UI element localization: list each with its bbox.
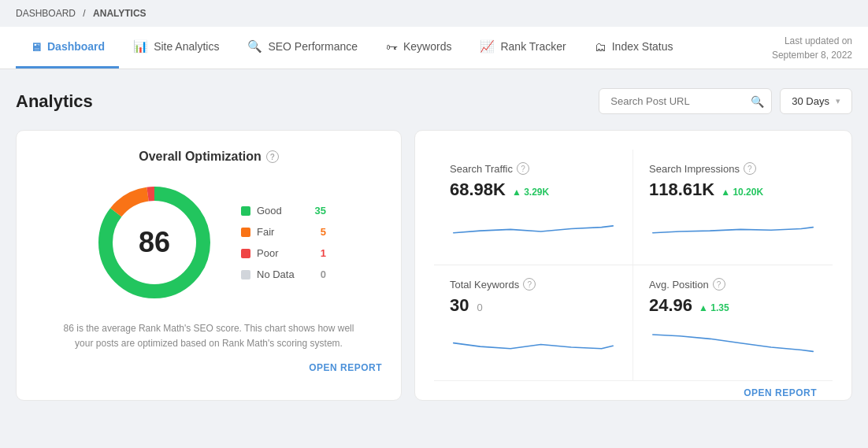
header-controls: 🔍 30 Days ▾ (599, 88, 852, 114)
index-status-icon: 🗂 (595, 40, 606, 54)
tab-label-seo-performance: SEO Performance (268, 40, 358, 53)
metric-number: 30 (450, 295, 469, 316)
metric-number: 118.61K (649, 180, 714, 200)
metric-search-impressions: Search Impressions ? 118.61K ▲ 10.20K (633, 150, 833, 265)
search-input-wrap: 🔍 (599, 88, 772, 114)
metric-value-search-traffic: 68.98K ▲ 3.29K (450, 180, 617, 200)
legend-item-no-data: No Data 0 (241, 268, 326, 280)
metric-delta: ▲ 10.20K (721, 187, 763, 198)
keywords-icon: 🗝 (386, 40, 398, 54)
legend-item-good: Good 35 (241, 205, 326, 217)
tab-dashboard[interactable]: 🖥Dashboard (16, 27, 119, 68)
breadcrumb-current: ANALYTICS (93, 8, 147, 19)
metric-sub: 0 (477, 302, 482, 313)
mini-chart-avg-position (649, 322, 817, 354)
legend-label: Fair (257, 226, 304, 238)
optimization-legend: Good 35 Fair 5 Poor 1 No Data 0 (241, 205, 326, 280)
metric-value-avg-position: 24.96 ▲ 1.35 (649, 295, 817, 316)
tab-label-keywords: Keywords (403, 40, 451, 53)
mini-chart-total-keywords (450, 322, 617, 354)
nav-bar: 🖥Dashboard📊Site Analytics🔍SEO Performanc… (0, 27, 868, 69)
legend-count: 0 (310, 268, 326, 280)
metric-label-search-traffic: Search Traffic ? (450, 162, 617, 175)
metric-label-avg-position: Avg. Position ? (649, 278, 817, 291)
legend-item-fair: Fair 5 (241, 226, 326, 238)
metric-search-traffic: Search Traffic ? 68.98K ▲ 3.29K (434, 150, 633, 265)
metric-number: 24.96 (649, 295, 692, 316)
tab-label-rank-tracker: Rank Tracker (500, 40, 566, 53)
legend-dot (241, 249, 250, 258)
tab-label-dashboard: Dashboard (47, 40, 105, 53)
breadcrumb: DASHBOARD / ANALYTICS (0, 0, 868, 27)
metric-value-search-impressions: 118.61K ▲ 10.20K (649, 180, 817, 200)
metrics-grid: Search Traffic ? 68.98K ▲ 3.29K Search I… (434, 150, 833, 381)
search-icon: 🔍 (751, 95, 764, 108)
optimization-title: Overall Optimization ? (139, 150, 279, 164)
tab-index-status[interactable]: 🗂Index Status (581, 27, 688, 68)
legend-count: 5 (310, 226, 326, 238)
donut-chart: 86 (91, 180, 217, 305)
tab-site-analytics[interactable]: 📊Site Analytics (119, 27, 233, 68)
chevron-down-icon: ▾ (836, 96, 840, 106)
dashboard-panels: Overall Optimization ? 8 (16, 130, 852, 401)
tab-seo-performance[interactable]: 🔍SEO Performance (233, 27, 372, 68)
days-dropdown[interactable]: 30 Days ▾ (780, 88, 852, 114)
legend-item-poor: Poor 1 (241, 247, 326, 259)
optimization-body: 86 Good 35 Fair 5 Poor 1 No Data 0 (35, 180, 382, 305)
metric-delta: ▲ 1.35 (699, 302, 729, 313)
tab-label-site-analytics: Site Analytics (154, 40, 219, 53)
legend-dot (241, 228, 250, 237)
legend-count: 35 (310, 205, 326, 217)
page-header: Analytics 🔍 30 Days ▾ (16, 88, 852, 114)
nav-tabs: 🖥Dashboard📊Site Analytics🔍SEO Performanc… (16, 27, 688, 68)
open-report-right-button[interactable]: OPEN REPORT (434, 381, 833, 405)
optimization-desc: 86 is the average Rank Math's SEO score.… (59, 321, 358, 351)
legend-label: Poor (257, 247, 304, 259)
metrics-panel: Search Traffic ? 68.98K ▲ 3.29K Search I… (414, 130, 852, 401)
metric-info-icon-avg-position[interactable]: ? (713, 278, 725, 291)
metric-number: 68.98K (450, 180, 506, 200)
tab-label-index-status: Index Status (612, 40, 673, 53)
donut-score: 86 (139, 226, 170, 259)
legend-dot (241, 206, 250, 216)
seo-performance-icon: 🔍 (247, 39, 262, 54)
mini-chart-search-impressions (649, 206, 817, 238)
site-analytics-icon: 📊 (133, 39, 148, 54)
metric-info-icon-search-traffic[interactable]: ? (517, 162, 529, 175)
metric-value-total-keywords: 30 0 (450, 295, 617, 316)
dashboard-icon: 🖥 (30, 40, 42, 54)
last-updated-label: Last updated on (772, 34, 852, 48)
open-report-button[interactable]: OPEN REPORT (309, 362, 382, 373)
legend-dot (241, 270, 250, 280)
main-content: Analytics 🔍 30 Days ▾ Overall Optimizati… (0, 69, 868, 420)
legend-count: 1 (310, 247, 326, 259)
search-input[interactable] (599, 88, 772, 114)
optimization-info-icon[interactable]: ? (266, 150, 279, 163)
legend-label: Good (257, 205, 304, 217)
metric-total-keywords: Total Keywords ? 30 0 (434, 265, 633, 381)
breadcrumb-root[interactable]: DASHBOARD (16, 8, 76, 19)
tab-keywords[interactable]: 🗝Keywords (372, 27, 466, 68)
last-updated: Last updated on September 8, 2022 (772, 34, 852, 62)
last-updated-date: September 8, 2022 (772, 48, 852, 62)
metric-info-icon-search-impressions[interactable]: ? (744, 162, 756, 175)
rank-tracker-icon: 📈 (480, 39, 495, 54)
legend-label: No Data (257, 268, 304, 280)
metric-avg-position: Avg. Position ? 24.96 ▲ 1.35 (633, 265, 833, 381)
metric-info-icon-total-keywords[interactable]: ? (523, 278, 536, 291)
page-title: Analytics (16, 91, 93, 112)
tab-rank-tracker[interactable]: 📈Rank Tracker (466, 27, 580, 68)
optimization-panel: Overall Optimization ? 8 (16, 130, 402, 401)
metric-delta: ▲ 3.29K (512, 187, 549, 198)
metric-label-search-impressions: Search Impressions ? (649, 162, 817, 175)
metric-label-total-keywords: Total Keywords ? (450, 278, 617, 291)
mini-chart-search-traffic (450, 206, 617, 238)
days-label: 30 Days (792, 95, 829, 107)
breadcrumb-separator: / (83, 8, 85, 19)
